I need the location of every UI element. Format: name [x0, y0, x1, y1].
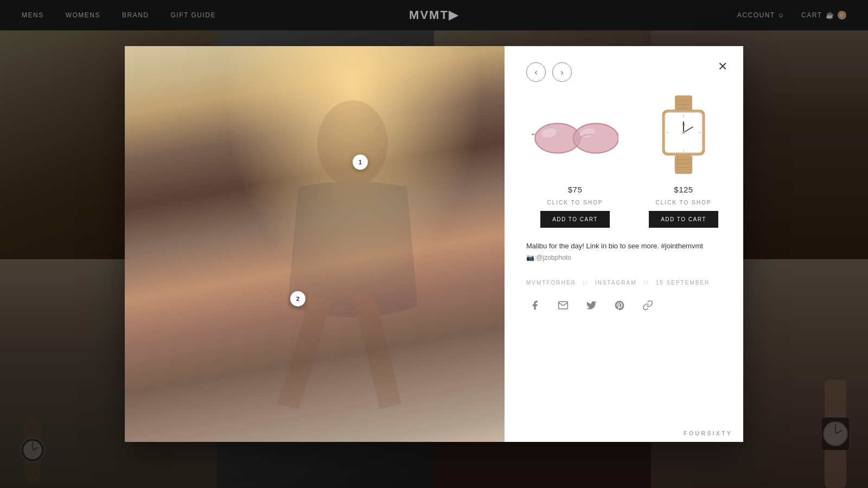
- meta-source: MVMTFORHER: [526, 280, 576, 286]
- meta-divider-2: //: [643, 280, 649, 286]
- hotspot-1[interactable]: 1: [353, 155, 368, 170]
- caption-text: Malibu for the day! Link in bio to see m…: [526, 241, 722, 264]
- pinterest-share-button[interactable]: [611, 297, 628, 314]
- email-share-button[interactable]: [554, 297, 572, 314]
- svg-point-18: [317, 100, 388, 187]
- product-image-1: [526, 93, 624, 179]
- sunglasses-icon: [532, 114, 618, 158]
- modal-overlay: 1 2 ‹ › ✕: [0, 0, 868, 488]
- add-to-cart-1[interactable]: ADD TO CART: [540, 211, 610, 228]
- social-row: [526, 297, 722, 314]
- product-1-shop: CLICK TO SHOP: [547, 200, 603, 206]
- twitter-share-button[interactable]: [583, 297, 600, 314]
- product-card-2: M: [635, 93, 732, 228]
- post-meta: MVMTFORHER // INSTAGRAM // 15 SEPTEMBER: [526, 280, 722, 286]
- meta-network: INSTAGRAM: [595, 280, 637, 286]
- product-image-2: M: [635, 93, 732, 179]
- close-button[interactable]: ✕: [713, 57, 732, 76]
- modal-info-panel: ‹ › ✕: [505, 46, 743, 442]
- meta-date: 15 SEPTEMBER: [656, 280, 710, 286]
- modal-image-panel: 1 2: [125, 46, 505, 442]
- caption-credit: 📷:@jzobphoto: [526, 254, 571, 261]
- product-2-shop: CLICK TO SHOP: [656, 200, 712, 206]
- watch-icon: M: [651, 95, 716, 177]
- svg-rect-27: [675, 95, 692, 112]
- foursixty-watermark: FOURSIXTY: [684, 430, 732, 436]
- prev-arrow[interactable]: ‹: [526, 62, 546, 82]
- meta-divider-1: //: [583, 280, 588, 286]
- link-copy-button[interactable]: [639, 297, 656, 314]
- facebook-share-button[interactable]: [526, 297, 544, 314]
- svg-line-24: [617, 134, 618, 135]
- product-1-price: $75: [568, 185, 583, 194]
- svg-line-23: [532, 134, 535, 135]
- next-arrow[interactable]: ›: [552, 62, 572, 82]
- modal-main-image: [125, 46, 505, 442]
- products-row: $75 CLICK TO SHOP ADD TO CART: [526, 93, 722, 228]
- svg-rect-42: [675, 156, 692, 174]
- modal-nav: ‹ ›: [526, 62, 722, 82]
- svg-point-41: [682, 131, 685, 134]
- product-2-price: $125: [674, 185, 693, 194]
- add-to-cart-2[interactable]: ADD TO CART: [649, 211, 718, 228]
- product-card-1: $75 CLICK TO SHOP ADD TO CART: [526, 93, 624, 228]
- hotspot-2[interactable]: 2: [290, 291, 305, 306]
- modal: 1 2 ‹ › ✕: [125, 46, 743, 442]
